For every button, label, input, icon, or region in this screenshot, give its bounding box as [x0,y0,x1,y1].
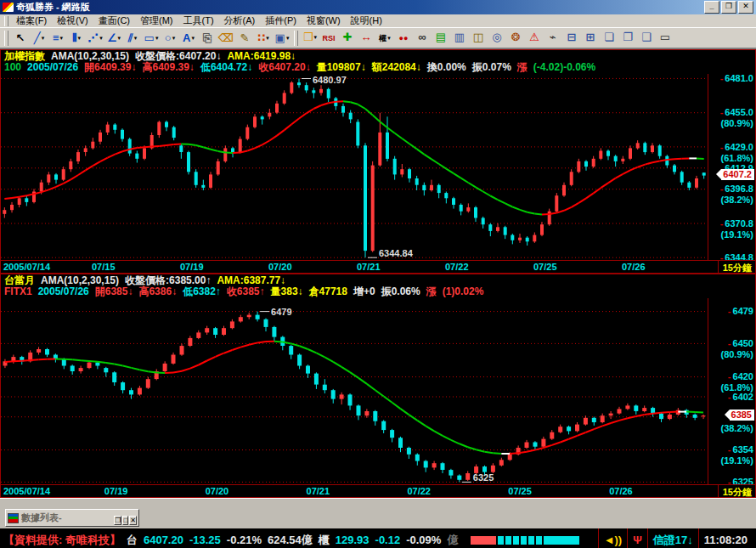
text-segment: 收盤價格:6385.00↑ [125,274,211,286]
ellipse-tool-icon[interactable]: ○▾ [161,30,179,47]
axis-date-label: 2005/07/14 [3,262,50,272]
chart-area: 加權指數AMA(10,2,30,15)收盤價格:6407.20↓AMA:6419… [0,48,756,498]
window-layout-3-icon[interactable]: ❑ [637,29,656,46]
books-icon[interactable]: ▥ [450,29,469,46]
menu-item-畫面[interactable]: 畫面(C) [93,15,135,25]
toolbar-grip-left[interactable] [4,31,8,46]
axis-date-label: 07/19 [104,486,128,496]
axis-price-label: -6354 [728,444,753,455]
axis-fib-percent-label: (80.9%) [720,118,753,128]
trend-lines-tool-icon[interactable]: ≡▾ [48,30,67,47]
strength-bar [521,536,527,545]
axis-fib-percent-label: (38.2%) [720,423,753,433]
chart2-quote-line: FITX12005/07/26開6385↓高6386↓低6382↑收6385↑量… [4,286,752,297]
kline-chart-icon[interactable]: ▤ [432,29,450,46]
text-segment: 收6407.20↓ [258,61,310,73]
text-tool-icon[interactable]: A▾ [179,30,198,47]
gann-tool-icon[interactable]: ∠▾ [104,30,123,47]
text-segment: 【資料提供: 奇唯科技】 [3,534,121,546]
toolbar-grip-right[interactable] [294,31,298,46]
text-segment: 量383↓ [271,285,303,297]
mdi-bottom-strip: 數據列表- ❐□✕ [0,498,756,528]
text-segment: 高6386↓ [138,285,177,297]
antenna-icon[interactable]: Ψ [633,534,642,546]
speaker-icon[interactable]: ◄)) [604,534,623,546]
chart1-plot[interactable]: 6480.976344.84 [1,74,708,260]
text-segment: 高6409.39↓ [142,61,194,73]
timeframe-label: 15分鐘 [718,261,754,274]
menu-item-檔案[interactable]: 檔案(F) [11,15,52,25]
palette-tool-icon[interactable]: ∷▾ [254,30,273,47]
mini-close-button[interactable]: ✕ [129,516,137,525]
rectangle-tool-icon[interactable]: ▭▾ [142,30,161,47]
minimized-data-list-window[interactable]: 數據列表- ❐□✕ [5,509,139,527]
chart1-header: 加權指數AMA(10,2,30,15)收盤價格:6407.20↓AMA:6419… [1,50,755,74]
menu-item-管理[interactable]: 管理(M) [135,15,178,25]
menu-grip[interactable] [4,16,8,26]
text-segment: (-4.02)-0.06% [533,61,595,73]
mini-restore-button[interactable]: ❐ [114,516,121,525]
text-segment: -0.12 [375,534,401,546]
menu-item-分析[interactable]: 分析(A) [219,15,261,25]
expand-arrows-icon[interactable]: ↔ [357,29,375,46]
split-horizontal-icon[interactable]: ⊟ [562,29,581,46]
text-segment: 億 [447,534,458,546]
menu-item-說明[interactable]: 說明(H) [346,15,387,25]
close-button[interactable]: ✕ [738,1,753,14]
window-layout-2-icon[interactable]: ❐ [618,29,637,46]
text-segment: 換0.00% [427,61,466,73]
menu-item-視窗[interactable]: 視窗(W) [302,15,346,25]
minimize-button[interactable]: _ [704,1,719,14]
quote-type-button[interactable]: 權▾ [375,30,394,47]
text-segment: 振0.07% [472,61,511,73]
chart1-price-axis[interactable]: -6481.0-6455.0(80.9%)-6429.0(61.8%)-6412… [708,74,755,260]
data-list-icon [8,513,19,523]
text-segment: 低6382↑ [183,285,221,297]
pointer-tool-icon[interactable]: ↖ [11,30,30,47]
split-vertical-icon[interactable]: ⊞ [581,29,600,46]
menu-item-工具[interactable]: 工具(T) [178,15,219,25]
chart2-plot[interactable]: 64796325 [1,298,708,484]
open-book-icon[interactable]: ◫ [469,29,488,46]
text-segment: 漲 [426,285,437,297]
chart1-time-axis[interactable]: 2005/07/1407/1507/1907/2007/2107/2207/25… [1,260,755,273]
window-layout-1-icon[interactable]: ❏ [600,29,618,46]
monitor-icon[interactable]: ▭ [656,29,674,46]
eraser-tool-icon[interactable]: ⌫ [217,30,235,47]
text-segment: AMA:6419.98↓ [227,50,296,62]
mini-maximize-button[interactable]: □ [122,516,128,525]
channel-tool-icon[interactable]: ⫽▾ [123,30,142,47]
strength-bar [536,536,542,545]
axis-price-label: -6481.0 [720,73,753,83]
text-segment: 漲 [517,61,528,73]
menu-item-插件[interactable]: 插件(P) [260,15,302,25]
axis-fib-percent-label: (80.9%) [720,349,753,359]
menu-item-檢視[interactable]: 檢視(V) [52,15,93,25]
strength-bar [505,536,511,545]
fan-lines-tool-icon[interactable]: ⋰▾ [86,30,104,47]
text-segment: 129.93 [336,534,370,546]
line-tool-icon[interactable]: ╱▾ [30,30,48,47]
open-folder-icon[interactable]: ❒▾ [301,29,319,46]
app-icon [3,3,14,12]
text-segment: AMA:6387.77↓ [217,274,285,286]
chart2-time-axis[interactable]: 2005/07/1407/1907/2007/2107/2207/2507/26… [1,484,755,497]
chart2-price-axis[interactable]: -6479-6450(80.9%)-6420(61.8%)-6402(38.2%… [708,298,755,484]
theme-palette-icon[interactable]: ❂ [506,29,525,46]
binoculars-icon[interactable]: ∞ [413,29,432,46]
restore-button[interactable]: ❐ [721,1,736,14]
pen-tool-icon[interactable]: ✎ [235,30,254,47]
plug-icon[interactable]: ⌁ [544,29,562,46]
zoom-in-cross-icon[interactable]: ✚ [338,29,357,46]
vertical-lines-tool-icon[interactable]: ⦀▾ [67,30,86,47]
alarm-bell-icon[interactable]: ⚠ [525,29,544,46]
search-chart-icon[interactable]: ◎ [488,29,506,46]
text-segment: FITX1 [4,285,32,297]
rsi-indicator-icon[interactable]: RSI [319,30,338,47]
red-green-lights-icon[interactable]: ●● [394,30,413,47]
axis-price-label: -6370.8 [720,218,753,229]
copy-tool-icon[interactable]: ⎘ [198,30,217,47]
text-segment: -0.21% [227,534,262,546]
save-tool-icon[interactable]: ▣▾ [273,30,291,47]
text-segment: (1)0.02% [443,285,484,297]
